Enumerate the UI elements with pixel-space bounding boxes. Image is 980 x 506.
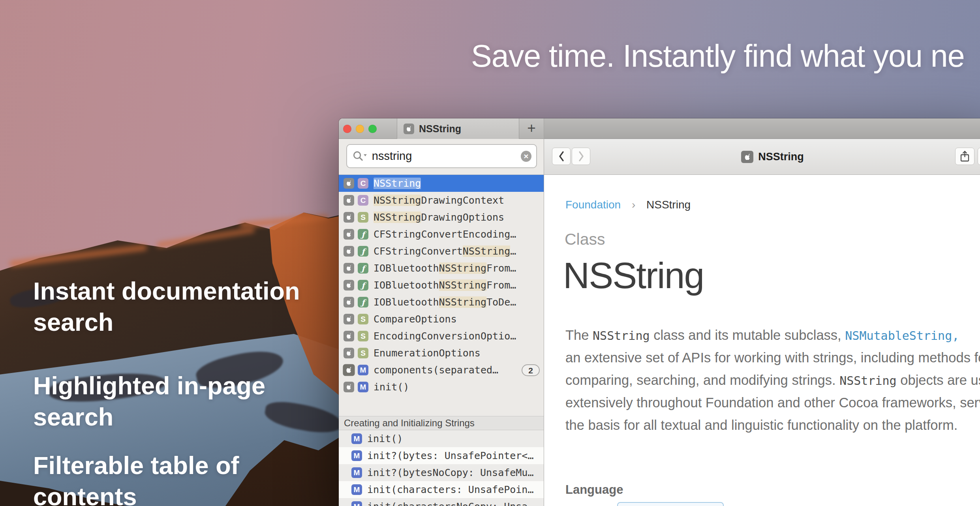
search-result-row[interactable]: ƒIOBluetoothNSStringToDe… xyxy=(339,294,544,311)
search-results-list: CNSStringCNSStringDrawingContextSNSStrin… xyxy=(339,175,544,395)
result-label: CFStringConvertNSString… xyxy=(374,246,544,257)
search-sidebar: × CNSStringCNSStringDrawingContextSNSStr… xyxy=(339,139,544,506)
doc-paragraph-line: the basis for all textual and linguistic… xyxy=(565,414,980,437)
apple-docset-icon xyxy=(344,348,354,358)
result-label: init() xyxy=(374,381,544,393)
symbol-kind-badge: S xyxy=(358,348,368,358)
close-button[interactable] xyxy=(343,125,351,133)
doc-paragraph-line: The NSString class and its mutable subcl… xyxy=(565,324,980,347)
search-result-row[interactable]: ƒCFStringConvertEncoding… xyxy=(339,226,544,243)
result-label: NSStringDrawingOptions xyxy=(374,212,544,223)
apple-docset-icon xyxy=(343,364,355,376)
result-label: IOBluetoothNSStringFrom… xyxy=(374,279,544,291)
toc-label: init() xyxy=(367,433,544,444)
symbol-kind-badge: S xyxy=(358,314,368,324)
result-label: CFStringConvertEncoding… xyxy=(374,229,544,240)
result-label: EnumerationOptions xyxy=(374,347,544,359)
search-result-row[interactable]: CNSString xyxy=(339,175,544,192)
search-field[interactable]: × xyxy=(346,144,537,168)
language-toggle[interactable] xyxy=(617,502,724,506)
apple-docset-icon xyxy=(404,124,414,134)
search-result-row[interactable]: SNSStringDrawingOptions xyxy=(339,209,544,226)
toc-label: init?(bytes: UnsafePointer<… xyxy=(367,450,544,461)
symbol-kind-badge: ƒ xyxy=(358,229,368,240)
feature-inpage-search: Highlighted in-page search xyxy=(33,370,265,433)
clear-search-icon[interactable]: × xyxy=(521,151,531,162)
apple-docset-icon xyxy=(344,178,354,189)
feature-line: Filterable table of xyxy=(33,450,239,481)
search-result-row[interactable]: ƒIOBluetoothNSStringFrom… xyxy=(339,260,544,277)
search-result-row[interactable]: SEnumerationOptions xyxy=(339,345,544,362)
toc-row[interactable]: Minit(charactersNoCopy: Unsa… xyxy=(339,498,544,506)
result-label: IOBluetoothNSStringFrom… xyxy=(374,262,544,274)
feature-line: Instant documentation xyxy=(33,275,300,307)
result-label: NSStringDrawingContext xyxy=(374,195,544,206)
toc-row[interactable]: Minit?(bytes: UnsafePointer<… xyxy=(339,447,544,464)
apple-docset-icon xyxy=(344,297,354,307)
symbol-kind-badge: M xyxy=(351,484,362,495)
toc-label: init(characters: UnsafePoin… xyxy=(367,484,544,495)
zoom-button[interactable] xyxy=(368,125,377,133)
language-label: Language xyxy=(565,483,623,497)
toc-section-header: Creating and Initializing Strings xyxy=(339,416,544,430)
symbol-kind-badge: ƒ xyxy=(358,246,368,257)
feature-instant-search: Instant documentation search xyxy=(33,275,300,338)
match-count-badge: 2 xyxy=(522,364,540,376)
breadcrumb: Foundation › NSString xyxy=(565,199,691,211)
search-icon[interactable] xyxy=(352,150,368,163)
tab-bar: NSString + xyxy=(339,118,980,139)
apple-docset-icon xyxy=(344,229,354,240)
search-result-row[interactable]: Minit() xyxy=(339,379,544,395)
search-input[interactable] xyxy=(372,150,521,163)
tab-bar-empty-area xyxy=(544,118,980,139)
forward-button[interactable] xyxy=(572,148,590,165)
symbol-kind-badge: M xyxy=(351,501,362,506)
symbol-kind-badge: M xyxy=(351,433,362,444)
symbol-kind-badge: ƒ xyxy=(358,263,368,274)
tab-nsstring[interactable]: NSString xyxy=(397,118,519,139)
apple-docset-icon xyxy=(344,382,354,392)
new-tab-button[interactable]: + xyxy=(519,118,544,139)
symbol-kind-badge: C xyxy=(358,178,368,189)
breadcrumb-foundation-link[interactable]: Foundation xyxy=(565,199,621,211)
apple-docset-icon xyxy=(344,263,354,274)
feature-line: search xyxy=(33,401,265,433)
symbol-kind-badge: S xyxy=(358,212,368,223)
symbol-kind-badge: M xyxy=(358,382,368,392)
browser-toolbar: NSString xyxy=(544,139,980,175)
doc-paragraph-line: an extensive set of APIs for working wit… xyxy=(565,347,980,369)
tab-title: NSString xyxy=(419,123,461,135)
doc-paragraph-line: extensively throughout Foundation and ot… xyxy=(565,392,980,414)
toc-row[interactable]: Minit?(bytesNoCopy: UnsafeMu… xyxy=(339,464,544,481)
search-result-row[interactable]: ƒCFStringConvertNSString… xyxy=(339,243,544,260)
back-button[interactable] xyxy=(552,148,571,165)
breadcrumb-current: NSString xyxy=(646,199,691,211)
search-result-row[interactable]: Mcomponents(separated…2 xyxy=(339,362,544,379)
symbol-kind-badge: M xyxy=(358,365,368,375)
code-link[interactable]: NSMutableString, xyxy=(845,329,959,343)
toc-row[interactable]: Minit(characters: UnsafePoin… xyxy=(339,481,544,498)
feature-line: contents xyxy=(33,481,239,506)
share-button[interactable] xyxy=(955,148,974,165)
result-label: components(separated… xyxy=(374,364,522,376)
result-label: EncodingConversionOptio… xyxy=(374,330,544,342)
search-result-row[interactable]: SEncodingConversionOptio… xyxy=(339,328,544,345)
result-label: NSString xyxy=(374,178,544,189)
symbol-kind-badge: M xyxy=(351,467,362,478)
apple-docset-icon xyxy=(344,195,354,206)
documentation-pane: NSString Foundation › NSString Class NSS… xyxy=(544,139,980,506)
minimize-button[interactable] xyxy=(356,125,364,133)
search-result-row[interactable]: SCompareOptions xyxy=(339,311,544,328)
toc-list: Minit()Minit?(bytes: UnsafePointer<…Mini… xyxy=(339,430,544,506)
toc-row[interactable]: Minit() xyxy=(339,430,544,447)
toc-label: init?(bytesNoCopy: UnsafeMu… xyxy=(367,467,544,478)
search-result-row[interactable]: ƒIOBluetoothNSStringFrom… xyxy=(339,277,544,294)
result-label: IOBluetoothNSStringToDe… xyxy=(374,296,544,308)
toolbar-extra-button[interactable] xyxy=(978,148,980,165)
symbol-kind-badge: ƒ xyxy=(358,297,368,307)
search-result-row[interactable]: CNSStringDrawingContext xyxy=(339,192,544,209)
search-area: × xyxy=(339,139,544,175)
toolbar-page-title: NSString xyxy=(544,139,980,175)
feature-line: Highlighted in-page xyxy=(33,370,265,401)
doc-content: Foundation › NSString Class NSString The… xyxy=(544,175,980,506)
